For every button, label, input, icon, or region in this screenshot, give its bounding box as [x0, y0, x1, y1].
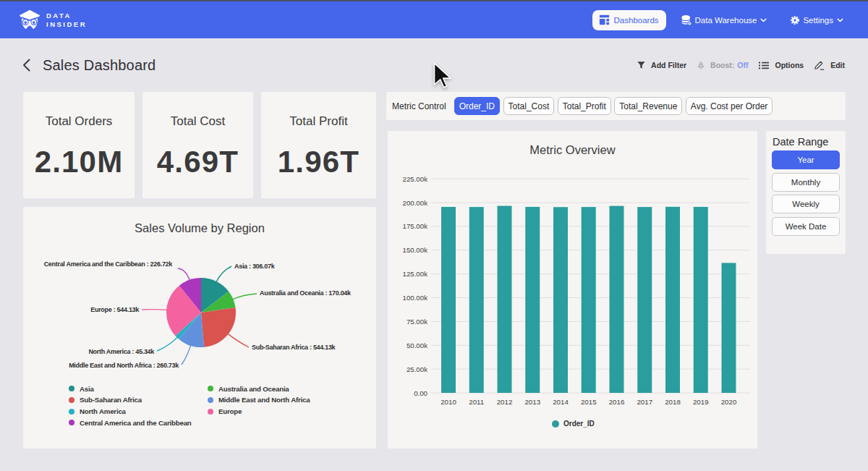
- chevron-down-icon: [837, 18, 843, 22]
- legend-label: Europe: [218, 407, 242, 415]
- pie-legend-item-middle-east-and-north-africa[interactable]: Middle East and North Africa: [208, 396, 310, 404]
- dashboard-icon: [599, 14, 610, 25]
- owl-logo-icon: [19, 8, 41, 32]
- bar-2013[interactable]: [525, 207, 540, 393]
- nav-data-warehouse[interactable]: Data Warehouse: [681, 14, 767, 26]
- edit-button[interactable]: Edit: [814, 60, 845, 70]
- gear-icon: [790, 15, 800, 25]
- y-axis-tick-label: 200.00k: [403, 199, 428, 207]
- metric-chip-total-revenue[interactable]: Total_Revenue: [614, 97, 682, 115]
- legend-dot: [69, 409, 75, 415]
- pie-legend-item-europe[interactable]: Europe: [208, 407, 242, 415]
- pie-callout-label: Asia : 306.07k: [234, 263, 276, 270]
- boost-label: Boost:: [710, 61, 734, 69]
- legend-dot: [208, 397, 213, 403]
- kpi-value: 1.96T: [261, 147, 376, 177]
- add-filter-label: Add Filter: [651, 61, 686, 69]
- date-range-week-date[interactable]: Week Date: [772, 217, 840, 236]
- nav-data-warehouse-label: Data Warehouse: [695, 16, 757, 25]
- top-nav-items: Dashboards Data Warehouse: [592, 10, 843, 30]
- metric-chip-avg-cost-per-order[interactable]: Avg. Cost per Order: [686, 97, 773, 115]
- legend-dot: [552, 420, 559, 428]
- bar-2011[interactable]: [469, 207, 484, 393]
- boost-toggle[interactable]: Boost: Off: [697, 61, 748, 70]
- database-icon: [681, 14, 692, 26]
- kpi-value: 2.10M: [23, 147, 135, 177]
- pie-callout-line: [178, 268, 190, 281]
- date-range-card: Date Range YearMonthlyWeeklyWeek Date: [766, 131, 846, 254]
- pie-legend-item-central-america-and-the-caribbean[interactable]: Central America and the Caribbean: [69, 419, 192, 427]
- x-axis-tick-label: 2020: [721, 398, 737, 406]
- list-icon: [759, 61, 769, 69]
- bar-2018[interactable]: [665, 207, 680, 393]
- add-filter-button[interactable]: Add Filter: [637, 61, 686, 69]
- legend-label: North America: [80, 407, 126, 415]
- date-range-monthly[interactable]: Monthly: [772, 173, 840, 192]
- legend-label: Australia and Oceania: [218, 385, 289, 393]
- sales-volume-by-region-card: Sales Volume by Region Asia : 306.07kAus…: [23, 207, 376, 449]
- y-axis-tick-label: 100.00k: [403, 294, 428, 302]
- legend-label: Middle East and North Africa: [218, 396, 310, 404]
- bar-2019[interactable]: [694, 207, 708, 393]
- date-range-weekly[interactable]: Weekly: [772, 195, 840, 213]
- metric-control-bar: Metric Control Order_IDTotal_CostTotal_P…: [386, 92, 846, 120]
- kpi-card-total-cost: Total Cost 4.69T: [142, 92, 253, 198]
- pie-chart-title: Sales Volume by Region: [23, 221, 376, 235]
- legend-label: Asia: [80, 385, 94, 393]
- pie-callout-label: Central America and the Caribbean : 226.…: [44, 260, 174, 268]
- legend-label: Sub-Saharan Africa: [80, 396, 142, 404]
- pie-legend-item-sub-saharan-africa[interactable]: Sub-Saharan Africa: [69, 396, 142, 404]
- bar-2016[interactable]: [610, 206, 624, 393]
- bar-2017[interactable]: [637, 207, 652, 393]
- x-axis-tick-label: 2014: [553, 398, 569, 406]
- metric-chip-total-cost[interactable]: Total_Cost: [503, 97, 555, 115]
- bar-2010[interactable]: [441, 207, 456, 393]
- kpi-title: Total Cost: [142, 114, 253, 129]
- toolbar-actions: Add Filter Boost: Off: [637, 60, 845, 70]
- legend-label: Order_ID: [563, 420, 595, 428]
- nav-settings[interactable]: Settings: [790, 15, 843, 25]
- options-button[interactable]: Options: [759, 61, 804, 69]
- pie-callout-label: Australia and Oceania : 170.04k: [260, 289, 352, 297]
- pie-callout-label: Europe : 544.13k: [90, 306, 140, 313]
- nav-dashboards-label: Dashboards: [614, 16, 659, 25]
- pie-legend-item-north-america[interactable]: North America: [69, 407, 126, 415]
- edit-label: Edit: [830, 61, 845, 69]
- app-window: DATA INSIDER Dashboards: [0, 0, 868, 471]
- brand-name: DATA INSIDER: [46, 12, 87, 28]
- bar-2014[interactable]: [553, 207, 568, 393]
- metric-chip-total-profit[interactable]: Total_Profit: [558, 97, 611, 115]
- pie-legend-item-australia-and-oceania[interactable]: Australia and Oceania: [208, 385, 289, 393]
- pie-legend-item-asia[interactable]: Asia: [69, 385, 94, 393]
- chevron-down-icon: [760, 18, 767, 22]
- y-axis-tick-label: 25.00k: [407, 365, 427, 373]
- back-button[interactable]: [20, 59, 33, 72]
- filter-icon: [637, 61, 645, 69]
- legend-dot: [208, 386, 213, 391]
- x-axis-tick-label: 2017: [637, 398, 652, 406]
- mouse-cursor: [433, 62, 451, 89]
- pie-callout-label: Sub-Saharan Africa : 544.13k: [252, 344, 336, 351]
- y-axis-tick-label: 225.00k: [403, 175, 428, 183]
- y-axis-tick-label: 0.00: [414, 389, 427, 397]
- y-axis-tick-label: 175.00k: [403, 222, 428, 230]
- metric-chip-order-id[interactable]: Order_ID: [454, 97, 500, 115]
- date-range-year[interactable]: Year: [772, 150, 840, 169]
- legend-label: Central America and the Caribbean: [80, 419, 192, 427]
- bar-2015[interactable]: [582, 207, 596, 393]
- pie-callout-line: [216, 266, 231, 283]
- options-label: Options: [775, 61, 804, 69]
- bar-chart[interactable]: 0.0025.00k50.00k75.00k100.00k125.00k150.…: [388, 131, 757, 413]
- bar-2020[interactable]: [722, 263, 736, 393]
- pie-callout-label: Middle East and North Africa : 260.73k: [69, 362, 179, 369]
- legend-dot: [69, 386, 75, 391]
- pie-callout-line: [227, 334, 249, 347]
- pie-callout-line: [182, 344, 191, 365]
- kpi-card-total-orders: Total Orders 2.10M: [23, 92, 135, 198]
- page-title: Sales Dashboard: [43, 57, 156, 74]
- bar-2012[interactable]: [498, 206, 512, 393]
- pie-slice-sub-saharan-africa[interactable]: [201, 307, 236, 347]
- kpi-value: 4.69T: [142, 147, 253, 177]
- nav-dashboards-button[interactable]: Dashboards: [592, 10, 666, 30]
- legend-dot: [69, 420, 75, 425]
